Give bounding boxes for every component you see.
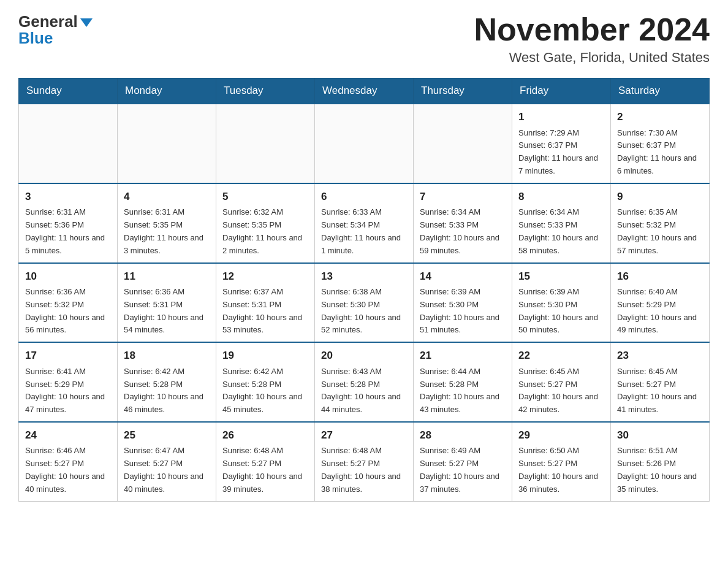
day-number: 5 [222, 189, 308, 205]
day-info: Sunrise: 6:39 AMSunset: 5:30 PMDaylight:… [420, 286, 506, 337]
calendar-header-friday: Friday [512, 79, 611, 104]
day-number: 15 [518, 269, 604, 285]
day-info: Sunrise: 6:45 AMSunset: 5:27 PMDaylight:… [518, 366, 604, 416]
day-number: 18 [124, 348, 210, 364]
day-number: 14 [420, 269, 506, 285]
calendar-cell [414, 104, 512, 183]
day-info: Sunrise: 6:41 AMSunset: 5:29 PMDaylight:… [25, 366, 111, 416]
day-number: 12 [222, 269, 308, 285]
day-number: 19 [222, 348, 308, 364]
day-info: Sunrise: 6:42 AMSunset: 5:28 PMDaylight:… [124, 366, 210, 416]
calendar-cell: 26Sunrise: 6:48 AMSunset: 5:27 PMDayligh… [216, 422, 315, 501]
day-info: Sunrise: 6:38 AMSunset: 5:30 PMDaylight:… [321, 286, 407, 337]
week-row-5: 24Sunrise: 6:46 AMSunset: 5:27 PMDayligh… [19, 422, 710, 501]
day-number: 6 [321, 189, 407, 205]
day-number: 17 [25, 348, 111, 364]
day-info: Sunrise: 6:43 AMSunset: 5:28 PMDaylight:… [321, 366, 407, 416]
week-row-3: 10Sunrise: 6:36 AMSunset: 5:32 PMDayligh… [19, 263, 710, 343]
day-info: Sunrise: 6:51 AMSunset: 5:26 PMDaylight:… [617, 445, 703, 496]
calendar-header-row: SundayMondayTuesdayWednesdayThursdayFrid… [19, 79, 710, 104]
week-row-1: 1Sunrise: 7:29 AMSunset: 6:37 PMDaylight… [19, 104, 710, 183]
day-info: Sunrise: 6:34 AMSunset: 5:33 PMDaylight:… [420, 206, 506, 257]
location-subtitle: West Gate, Florida, United States [474, 50, 710, 66]
calendar-cell: 4Sunrise: 6:31 AMSunset: 5:35 PMDaylight… [118, 183, 216, 263]
calendar-cell: 22Sunrise: 6:45 AMSunset: 5:27 PMDayligh… [512, 342, 611, 422]
day-info: Sunrise: 6:31 AMSunset: 5:35 PMDaylight:… [124, 206, 210, 257]
logo: General Blue [18, 12, 93, 48]
calendar-cell: 12Sunrise: 6:37 AMSunset: 5:31 PMDayligh… [216, 263, 315, 343]
day-info: Sunrise: 6:34 AMSunset: 5:33 PMDaylight:… [518, 206, 604, 257]
calendar-cell [118, 104, 216, 183]
calendar-cell: 13Sunrise: 6:38 AMSunset: 5:30 PMDayligh… [315, 263, 414, 343]
day-info: Sunrise: 6:31 AMSunset: 5:36 PMDaylight:… [25, 206, 111, 257]
day-number: 2 [617, 109, 703, 125]
day-info: Sunrise: 6:45 AMSunset: 5:27 PMDaylight:… [617, 366, 703, 416]
day-info: Sunrise: 6:37 AMSunset: 5:31 PMDaylight:… [222, 286, 308, 337]
day-info: Sunrise: 6:42 AMSunset: 5:28 PMDaylight:… [222, 366, 308, 416]
calendar-cell: 19Sunrise: 6:42 AMSunset: 5:28 PMDayligh… [216, 342, 315, 422]
day-number: 3 [25, 189, 111, 205]
day-number: 7 [420, 189, 506, 205]
calendar-cell: 8Sunrise: 6:34 AMSunset: 5:33 PMDaylight… [512, 183, 611, 263]
calendar-cell: 27Sunrise: 6:48 AMSunset: 5:27 PMDayligh… [315, 422, 414, 501]
calendar-cell: 15Sunrise: 6:39 AMSunset: 5:30 PMDayligh… [512, 263, 611, 343]
day-number: 28 [420, 427, 506, 443]
day-number: 23 [617, 348, 703, 364]
day-info: Sunrise: 6:49 AMSunset: 5:27 PMDaylight:… [420, 445, 506, 496]
day-number: 20 [321, 348, 407, 364]
day-number: 22 [518, 348, 604, 364]
calendar-header-sunday: Sunday [19, 79, 118, 104]
week-row-2: 3Sunrise: 6:31 AMSunset: 5:36 PMDaylight… [19, 183, 710, 263]
calendar-table: SundayMondayTuesdayWednesdayThursdayFrid… [18, 78, 710, 501]
day-number: 11 [124, 269, 210, 285]
title-area: November 2024 West Gate, Florida, United… [474, 12, 710, 66]
day-info: Sunrise: 6:32 AMSunset: 5:35 PMDaylight:… [222, 206, 308, 257]
day-info: Sunrise: 6:35 AMSunset: 5:32 PMDaylight:… [617, 206, 703, 257]
calendar-cell: 7Sunrise: 6:34 AMSunset: 5:33 PMDaylight… [414, 183, 512, 263]
calendar-header-saturday: Saturday [611, 79, 710, 104]
day-number: 9 [617, 189, 703, 205]
day-info: Sunrise: 6:40 AMSunset: 5:29 PMDaylight:… [617, 286, 703, 337]
day-info: Sunrise: 6:36 AMSunset: 5:32 PMDaylight:… [25, 286, 111, 337]
calendar-cell: 23Sunrise: 6:45 AMSunset: 5:27 PMDayligh… [611, 342, 710, 422]
calendar-cell: 18Sunrise: 6:42 AMSunset: 5:28 PMDayligh… [118, 342, 216, 422]
day-info: Sunrise: 6:50 AMSunset: 5:27 PMDaylight:… [518, 445, 604, 496]
calendar-cell [216, 104, 315, 183]
calendar-cell: 24Sunrise: 6:46 AMSunset: 5:27 PMDayligh… [19, 422, 118, 501]
day-number: 13 [321, 269, 407, 285]
day-info: Sunrise: 6:39 AMSunset: 5:30 PMDaylight:… [518, 286, 604, 337]
day-number: 21 [420, 348, 506, 364]
calendar-cell: 3Sunrise: 6:31 AMSunset: 5:36 PMDaylight… [19, 183, 118, 263]
day-info: Sunrise: 6:46 AMSunset: 5:27 PMDaylight:… [25, 445, 111, 496]
day-number: 8 [518, 189, 604, 205]
calendar-cell: 10Sunrise: 6:36 AMSunset: 5:32 PMDayligh… [19, 263, 118, 343]
day-info: Sunrise: 6:33 AMSunset: 5:34 PMDaylight:… [321, 206, 407, 257]
logo-triangle-icon [80, 18, 93, 27]
calendar-cell: 21Sunrise: 6:44 AMSunset: 5:28 PMDayligh… [414, 342, 512, 422]
calendar-cell: 16Sunrise: 6:40 AMSunset: 5:29 PMDayligh… [611, 263, 710, 343]
day-number: 29 [518, 427, 604, 443]
month-title: November 2024 [474, 12, 710, 47]
day-number: 27 [321, 427, 407, 443]
calendar-cell: 14Sunrise: 6:39 AMSunset: 5:30 PMDayligh… [414, 263, 512, 343]
day-info: Sunrise: 6:48 AMSunset: 5:27 PMDaylight:… [321, 445, 407, 496]
day-number: 30 [617, 427, 703, 443]
day-info: Sunrise: 6:36 AMSunset: 5:31 PMDaylight:… [124, 286, 210, 337]
day-info: Sunrise: 6:48 AMSunset: 5:27 PMDaylight:… [222, 445, 308, 496]
day-number: 16 [617, 269, 703, 285]
calendar-header-tuesday: Tuesday [216, 79, 315, 104]
calendar-cell: 20Sunrise: 6:43 AMSunset: 5:28 PMDayligh… [315, 342, 414, 422]
day-info: Sunrise: 6:47 AMSunset: 5:27 PMDaylight:… [124, 445, 210, 496]
day-info: Sunrise: 7:29 AMSunset: 6:37 PMDaylight:… [518, 127, 604, 178]
day-number: 4 [124, 189, 210, 205]
calendar-header-thursday: Thursday [414, 79, 512, 104]
day-number: 26 [222, 427, 308, 443]
day-number: 24 [25, 427, 111, 443]
calendar-cell: 28Sunrise: 6:49 AMSunset: 5:27 PMDayligh… [414, 422, 512, 501]
calendar-cell: 30Sunrise: 6:51 AMSunset: 5:26 PMDayligh… [611, 422, 710, 501]
calendar-cell [19, 104, 118, 183]
week-row-4: 17Sunrise: 6:41 AMSunset: 5:29 PMDayligh… [19, 342, 710, 422]
calendar-cell: 11Sunrise: 6:36 AMSunset: 5:31 PMDayligh… [118, 263, 216, 343]
calendar-cell: 29Sunrise: 6:50 AMSunset: 5:27 PMDayligh… [512, 422, 611, 501]
calendar-header-wednesday: Wednesday [315, 79, 414, 104]
